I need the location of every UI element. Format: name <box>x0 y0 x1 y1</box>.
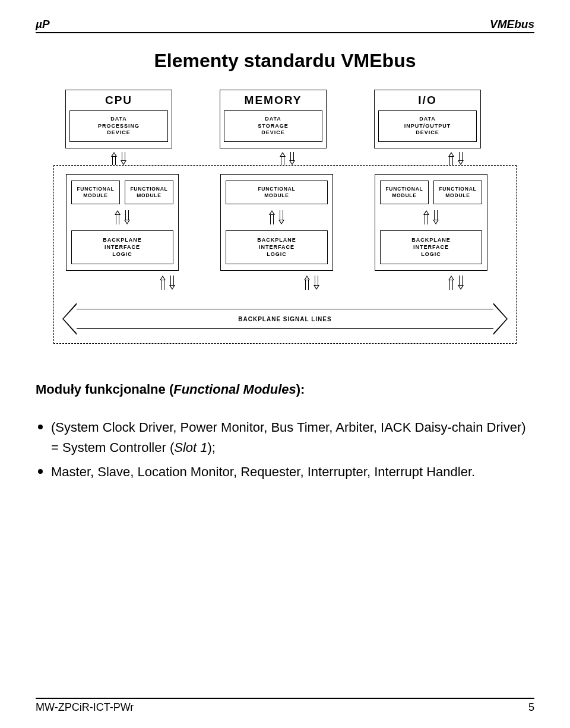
card-1: FUNCTIONALMODULE FUNCTIONALMODULE BACKPL… <box>66 174 179 271</box>
arrow-bidir-icon <box>422 210 440 224</box>
functional-module-box: FUNCTIONALMODULE <box>433 181 482 204</box>
backplane-signal-bus: BACKPLANE SIGNAL LINES <box>62 303 508 335</box>
arrow-bidir-icon <box>447 276 465 290</box>
memory-title: MEMORY <box>224 94 322 107</box>
card-2: FUNCTIONALMODULE BACKPLANEINTERFACELOGIC <box>220 174 333 271</box>
io-title: I/O <box>378 94 477 107</box>
functional-module-box: FUNCTIONALMODULE <box>71 181 120 204</box>
backplane-interface-logic-box: BACKPLANEINTERFACELOGIC <box>71 230 173 264</box>
memory-device-box: DATASTORAGEDEVICE <box>224 110 322 142</box>
functional-module-box: FUNCTIONALMODULE <box>125 181 173 204</box>
vmebus-diagram: CPU DATAPROCESSINGDEVICE MEMORY DATASTOR… <box>53 90 517 344</box>
header-right: VMEbus <box>490 18 534 31</box>
cpu-title: CPU <box>69 94 168 107</box>
memory-device-group: MEMORY DATASTORAGEDEVICE <box>220 90 327 148</box>
modules-list: (System Clock Driver, Power Monitor, Bus… <box>36 417 534 482</box>
arrow-bidir-icon <box>110 152 128 165</box>
functional-module-box: FUNCTIONALMODULE <box>226 181 328 204</box>
cpu-device-group: CPU DATAPROCESSINGDEVICE <box>65 90 172 148</box>
arrow-bidir-icon <box>268 210 286 224</box>
footer-page-number: 5 <box>528 701 534 714</box>
arrow-bidir-icon <box>447 152 465 165</box>
arrow-bidir-icon <box>303 276 321 290</box>
bus-label: BACKPLANE SIGNAL LINES <box>77 309 493 329</box>
page-title: Elementy standardu VMEbus <box>36 50 534 72</box>
page-footer: MW-ZPCiR-ICT-PWr 5 <box>36 698 534 714</box>
arrow-bidir-icon <box>278 152 296 165</box>
card-3: FUNCTIONALMODULE FUNCTIONALMODULE BACKPL… <box>375 174 487 271</box>
cpu-device-box: DATAPROCESSINGDEVICE <box>69 110 168 142</box>
functional-module-box: FUNCTIONALMODULE <box>380 181 429 204</box>
backplane-region: FUNCTIONALMODULE FUNCTIONALMODULE BACKPL… <box>53 165 517 344</box>
header-left: µP <box>36 18 50 31</box>
list-item: (System Clock Driver, Power Monitor, Bus… <box>36 417 534 458</box>
io-device-group: I/O DATAINPUT/OUTPUTDEVICE <box>374 90 481 148</box>
footer-left: MW-ZPCiR-ICT-PWr <box>36 701 134 714</box>
arrow-bidir-icon <box>159 276 176 290</box>
backplane-interface-logic-box: BACKPLANEINTERFACELOGIC <box>226 230 328 264</box>
list-item: Master, Slave, Location Monitor, Request… <box>36 462 534 482</box>
page-header: µP VMEbus <box>36 18 534 33</box>
backplane-interface-logic-box: BACKPLANEINTERFACELOGIC <box>380 230 482 264</box>
arrow-bidir-icon <box>113 210 131 224</box>
io-device-box: DATAINPUT/OUTPUTDEVICE <box>378 110 477 142</box>
section-subtitle: Moduły funkcjonalne (Functional Modules)… <box>36 379 534 400</box>
